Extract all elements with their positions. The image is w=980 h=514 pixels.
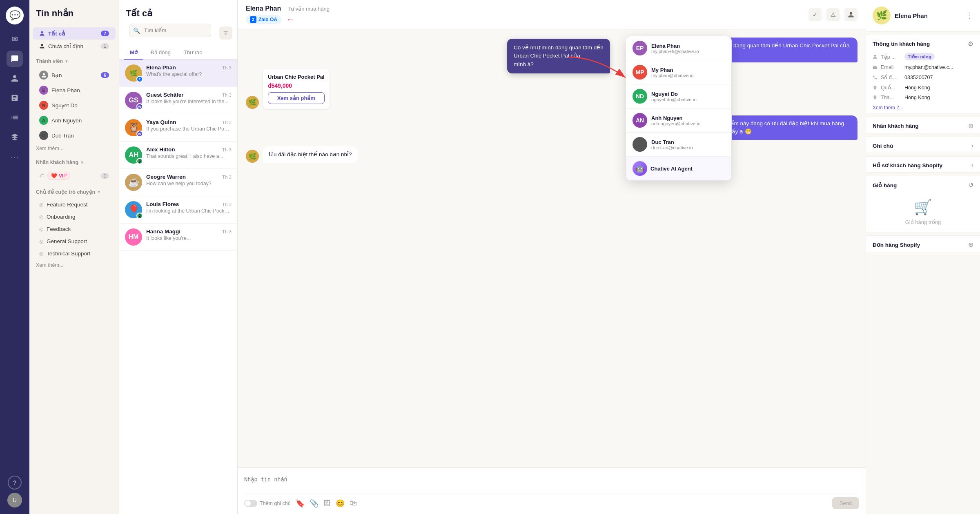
dropdown-avatar-elena: EP [633,41,647,55]
chevron-notes-icon[interactable]: › [971,142,973,149]
nav-item-messages[interactable]: ✉ [7,31,23,47]
sidebar-member-elena[interactable]: E Elena Phan [33,83,116,97]
tab-spam[interactable]: Thư rác [178,46,208,60]
settings-icon[interactable]: ⚙ [968,40,973,48]
rp-notes-header[interactable]: Ghi chú › [866,137,980,153]
conv-avatar-elena: 🌿 Z [125,64,142,82]
sidebar-member-duc[interactable]: D Duc Tran [33,128,116,143]
rp-city-value: Hong Kong [904,95,973,100]
add-order-icon[interactable]: ⊕ [968,241,973,248]
see-more-fields[interactable]: Xem thêm 2... [866,102,980,113]
send-button[interactable]: Send [832,497,859,509]
zalo-channel-badge[interactable]: Z Zalo OA [246,15,281,24]
sidebar-member-nguyet[interactable]: N Nguyet Do [33,98,116,113]
rp-more-button[interactable]: ⋮ [966,11,973,20]
nav-item-layers[interactable] [7,129,23,145]
conversation-list: Tất cả 🔍 Mở Đã đóng Thư rác 🌿 Z Elena Ph… [119,0,238,514]
sidebar-member-ban[interactable]: Bạn 6 [33,68,116,82]
filter-button[interactable] [219,27,232,40]
msg-row-product: 🌿 Urban Chic Pocket Pal đ549,000 Xem sản… [246,69,858,109]
dropdown-item-ai[interactable]: 🤖 Chative AI Agent [626,157,731,180]
unassigned-icon [39,43,45,49]
rp-customer-info-header[interactable]: Thông tin khách hàng ⚙ [866,35,980,51]
dropdown-item-myphan[interactable]: MP My Phan my.phan@chative.io [626,60,731,84]
channel-badge-alex: 📱 [136,158,143,164]
conv-avatar-geogre: ☕ [125,174,142,191]
conv-item-guest[interactable]: GS W Guest Schäfer Th 3 It looks like yo… [119,87,237,114]
chat-input-area: Thêm ghi chú 🔖 📎 🖼 😊 🛍 Send [238,467,866,514]
conv-avatar-yaya: 🦉 W [125,119,142,136]
conv-content-yaya: Yaya Quinn Th 3 If you purchase the Urba… [146,119,232,132]
conv-item-geogre[interactable]: ☕ Geogre Warren Th 3 How can we help you… [119,169,237,196]
topic-technical-support[interactable]: ◎ Technical Support [33,248,116,259]
alert-button[interactable]: ⚠ [826,8,840,21]
tab-closed[interactable]: Đã đóng [145,46,176,60]
dropdown-item-elena[interactable]: EP Elena Phan my.phan+6@chative.io [626,36,731,60]
tag-icon: 🏷 [39,173,44,179]
nav-item-help[interactable]: ? [8,476,22,490]
channel-badge-yaya: W [136,131,143,137]
add-label-icon[interactable]: ⊕ [968,122,973,130]
labels-section-header[interactable]: Nhãn khách hàng ▼ [29,155,119,167]
rp-cart-header[interactable]: Giỏ hàng ↺ [866,176,980,192]
toggle-switch[interactable] [244,500,257,507]
dropdown-item-duc[interactable]: DT Duc Tran duc.tran@chative.io [626,133,731,157]
conv-avatar-louis: 🎈 📱 [125,201,142,218]
conv-item-elena[interactable]: 🌿 Z Elena Phan Th 3 What's the special o… [119,60,237,87]
nav-item-contacts[interactable] [7,70,23,86]
search-icon: 🔍 [133,27,140,34]
rp-field-phone: Số đ... 0335200707 [866,72,980,82]
topics-section-header[interactable]: Chủ đề cuộc trò chuyện ▼ [29,185,119,197]
zalo-icon: Z [250,16,256,23]
see-more-topics[interactable]: Xem thêm... [29,260,119,270]
emoji-button[interactable]: 😊 [336,499,345,508]
chat-contact-sub: Tư vấn mua hàng [287,6,330,12]
nav-item-more[interactable]: ··· [7,148,23,165]
conv-item-alex[interactable]: AH 📱 Alex Hilton Th 3 That sounds great!… [119,142,237,169]
dropdown-item-anh[interactable]: AN Anh Nguyen anh.nguyen@chative.io [626,109,731,133]
bookmark-button[interactable]: 🔖 [296,499,305,508]
conv-content-elena: Elena Phan Th 3 What's the special offer… [146,64,232,77]
members-section-header[interactable]: Thành viên ▼ [29,54,119,66]
conv-item-hanna[interactable]: HM Hanna Maggi Th 3 It looks like you're… [119,224,237,251]
refresh-cart-icon[interactable]: ↺ [968,181,973,189]
topic-onboarding[interactable]: ◎ Onboarding [33,211,116,223]
topic-feature-request[interactable]: ◎ Feature Request [33,199,116,210]
see-more-members[interactable]: Xem thêm... [29,143,119,154]
rp-field-city: Thà... Hong Kong [866,93,980,102]
shopify-button[interactable]: 🛍 [350,499,357,507]
chat-input[interactable] [244,473,859,492]
rp-customer-info: Thông tin khách hàng ⚙ Tệp ... Tiềm năng… [866,35,980,113]
chevron-shopify-icon[interactable]: › [971,162,973,169]
topic-general-support[interactable]: ◎ General Support [33,235,116,247]
rp-shopify-profile-header[interactable]: Hồ sơ khách hàng Shopify › [866,157,980,172]
check-button[interactable]: ✓ [808,8,822,21]
conv-item-yaya[interactable]: 🦉 W Yaya Quinn Th 3 If you purchase the … [119,114,237,142]
conv-item-louis[interactable]: 🎈 📱 Louis Flores Th 3 I'm looking at the… [119,196,237,224]
attach-button[interactable]: 📎 [310,499,318,508]
sidebar-filter-all[interactable]: Tất cả 7 [33,27,116,40]
nav-item-inbox[interactable] [7,51,23,67]
chat-header: Elena Phan Tư vấn mua hàng Z Zalo OA ← ✓… [238,0,866,29]
sidebar-filter-unassigned[interactable]: Chưa chỉ định 1 [33,40,116,52]
rp-orders-header[interactable]: Đơn hàng Shopify ⊕ [866,236,980,252]
nav-item-analytics[interactable] [7,90,23,106]
conv-list-header: Tất cả [119,0,237,24]
tab-open[interactable]: Mở [124,46,143,60]
user-avatar-nav[interactable]: U [7,493,22,507]
nav-item-assign[interactable] [7,109,23,126]
topic-feedback[interactable]: ◎ Feedback [33,223,116,235]
sidebar-label-vip[interactable]: 🏷 ❤️ VIP 1 [33,169,116,183]
conv-content-guest: Guest Schäfer Th 3 It looks like you're … [146,92,232,104]
image-button[interactable]: 🖼 [323,499,331,507]
assign-button[interactable] [844,8,858,21]
rp-labels-header[interactable]: Nhãn khách hàng ⊕ [866,117,980,133]
sidebar-member-anh[interactable]: A Anh Nguyen [33,113,116,128]
rp-avatar: 🌿 [873,7,891,24]
search-input[interactable] [129,24,211,37]
chat-contact-name: Elena Phan [246,5,281,12]
channel-badge-web: W [136,103,143,110]
product-link[interactable]: Xem sản phẩm [268,92,325,104]
dropdown-item-nguyet[interactable]: ND Nguyet Do nguyet.do@chative.io [626,84,731,109]
member-avatar-anh: A [39,116,48,125]
